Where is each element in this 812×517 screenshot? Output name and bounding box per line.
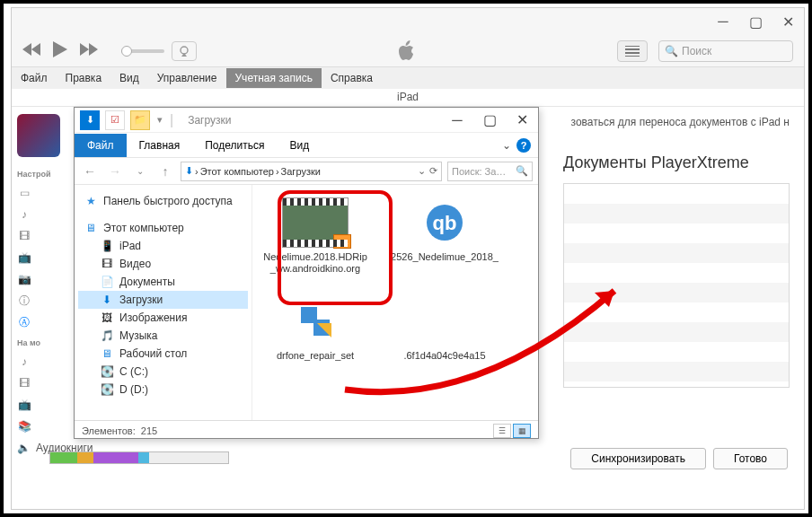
breadcrumb-folder[interactable]: Загрузки (281, 166, 321, 177)
menu-file[interactable]: Файл (12, 68, 57, 88)
ribbon-tab-share[interactable]: Поделиться (192, 134, 277, 157)
drive-icon: 💽 (100, 382, 114, 397)
next-track-icon[interactable] (80, 43, 98, 59)
sync-button[interactable]: Синхронизировать (570, 448, 706, 469)
list-item[interactable] (564, 342, 789, 362)
qat-overflow-icon[interactable]: ▾ (155, 114, 164, 126)
nav-label: Панель быстрого доступа (103, 195, 233, 207)
qat-properties-button[interactable]: ☑ (105, 110, 125, 130)
ribbon-tab-view[interactable]: Вид (277, 134, 322, 157)
explorer-file-pane[interactable]: 321 Nedelimue.2018.HDRip_ww.androidkino.… (252, 185, 538, 420)
ribbon-tab-home[interactable]: Главная (127, 134, 193, 157)
volume-slider[interactable] (121, 49, 164, 53)
nav-recent-button[interactable]: ⌄ (130, 162, 150, 181)
device-thumbnail[interactable] (17, 114, 60, 157)
sidebar-settings-label: Настрой (17, 170, 60, 179)
sidebar-item-movies2[interactable]: 🎞 (17, 374, 60, 392)
list-item[interactable] (564, 204, 789, 223)
nav-item-drive-d[interactable]: 💽D (D:) (78, 381, 248, 399)
nav-item-ipad[interactable]: 📱iPad (78, 237, 248, 255)
volume-controls (121, 41, 197, 61)
nav-forward-button[interactable]: → (105, 162, 125, 181)
itunes-titlebar: ─ ▢ ✕ (12, 8, 804, 35)
file-item-video[interactable]: 321 Nedelimue.2018.HDRip_ww.androidkino.… (261, 197, 369, 275)
minimize-button[interactable]: ─ (707, 8, 739, 35)
documents-list[interactable] (563, 183, 790, 388)
nav-up-button[interactable]: ↑ (155, 162, 175, 181)
file-item-drfone[interactable]: drfone_repair_set (261, 296, 369, 362)
sidebar-item-movies[interactable]: 🎞 (17, 227, 60, 245)
ribbon-tab-file[interactable]: Файл (75, 134, 127, 157)
maximize-button[interactable]: ▢ (739, 8, 772, 35)
view-icons-button[interactable]: ▦ (513, 424, 531, 438)
sidebar-item-tv[interactable]: 📺 (17, 249, 60, 267)
nav-item-pictures[interactable]: 🖼Изображения (78, 309, 248, 327)
menu-account[interactable]: Учетная запись (226, 68, 322, 88)
explorer-nav-pane: ★Панель быстрого доступа 🖥Этот компьютер… (75, 185, 252, 420)
list-item[interactable] (564, 243, 789, 263)
list-view-button[interactable] (617, 40, 648, 62)
sidebar-item-info[interactable]: ⓘ (17, 292, 60, 310)
play-icon[interactable] (53, 41, 67, 61)
storage-segment (50, 452, 77, 463)
search-placeholder-label: Поиск: За… (452, 166, 506, 177)
nav-back-button[interactable]: ← (80, 162, 100, 181)
explorer-titlebar: ⬇ ☑ 📁 ▾ | Загрузки ─ ▢ ✕ (75, 108, 538, 133)
nav-quick-access[interactable]: ★Панель быстрого доступа (78, 192, 248, 210)
nav-this-pc[interactable]: 🖥Этот компьютер (78, 219, 248, 237)
nav-item-drive-c[interactable]: 💽C (C:) (78, 363, 248, 381)
sidebar-item-music2[interactable]: ♪ (17, 353, 60, 371)
breadcrumb-root[interactable]: Этот компьютер › (200, 166, 279, 177)
maximize-button[interactable]: ▢ (473, 108, 506, 133)
sidebar-item-photos[interactable]: 📷 (17, 270, 60, 288)
close-button[interactable]: ✕ (506, 108, 538, 133)
nav-item-desktop[interactable]: 🖥Рабочий стол (78, 345, 248, 363)
nav-item-documents[interactable]: 📄Документы (78, 273, 248, 291)
list-item[interactable] (564, 362, 789, 381)
sidebar-item-summary[interactable]: ▭ (17, 184, 60, 202)
music-icon: ♪ (17, 207, 31, 222)
sidebar-item-apps[interactable]: Ⓐ (17, 313, 60, 331)
file-label: .6f1d4a04c9e4a15 (403, 350, 485, 362)
chevron-down-icon[interactable]: ⌄ (502, 139, 511, 152)
ribbon-expand: ⌄ ? (502, 138, 538, 153)
prev-track-icon[interactable] (22, 43, 40, 59)
done-button[interactable]: Готово (713, 448, 788, 469)
movie-icon: 🎞 (17, 229, 31, 243)
menu-controls[interactable]: Управление (148, 68, 226, 88)
list-item[interactable] (564, 223, 789, 243)
file-item-torrent[interactable]: qb 2526_Nedelimue_2018_ (391, 197, 499, 275)
itunes-menubar: Файл Правка Вид Управление Учетная запис… (12, 67, 804, 89)
refresh-icon[interactable]: ⟳ (429, 165, 437, 177)
menu-help[interactable]: Справка (322, 68, 382, 88)
list-item[interactable] (564, 184, 789, 204)
nav-item-music[interactable]: 🎵Музыка (78, 327, 248, 345)
sidebar-item-music[interactable]: ♪ (17, 206, 60, 223)
explorer-address-row: ← → ⌄ ↑ ⬇ › Этот компьютер › Загрузки ⌄ … (75, 158, 538, 185)
device-header: iPad (12, 89, 804, 107)
airplay-button[interactable] (172, 41, 197, 61)
sidebar-item-tv2[interactable]: 📺 (17, 396, 60, 414)
qat-folder-icon[interactable]: 📁 (130, 110, 150, 130)
view-details-button[interactable]: ☰ (493, 424, 511, 438)
minimize-button[interactable]: ─ (441, 108, 473, 133)
qat-down-arrow-icon[interactable]: ⬇ (80, 110, 100, 130)
sidebar-item-books[interactable]: 📚 (17, 417, 60, 435)
search-input[interactable]: 🔍 Поиск (658, 40, 793, 62)
address-dropdown-icon[interactable]: ⌄ (418, 165, 426, 177)
help-icon[interactable]: ? (516, 138, 531, 153)
nav-item-downloads[interactable]: ⬇Загрузки (78, 291, 248, 309)
file-item-generic[interactable]: .6f1d4a04c9e4a15 (391, 296, 499, 362)
list-item[interactable] (564, 302, 789, 322)
list-item[interactable] (564, 322, 789, 342)
address-bar[interactable]: ⬇ › Этот компьютер › Загрузки ⌄ ⟳ (181, 162, 442, 181)
list-item[interactable] (564, 263, 789, 283)
nav-item-video[interactable]: 🎞Видео (78, 255, 248, 273)
menu-edit[interactable]: Правка (57, 68, 111, 88)
menu-view[interactable]: Вид (110, 68, 148, 88)
nav-label: D (D:) (119, 383, 148, 396)
explorer-ribbon: Файл Главная Поделиться Вид ⌄ ? (75, 133, 538, 158)
close-button[interactable]: ✕ (772, 8, 804, 35)
explorer-search-input[interactable]: Поиск: За… 🔍 (447, 162, 533, 181)
list-item[interactable] (564, 283, 789, 302)
